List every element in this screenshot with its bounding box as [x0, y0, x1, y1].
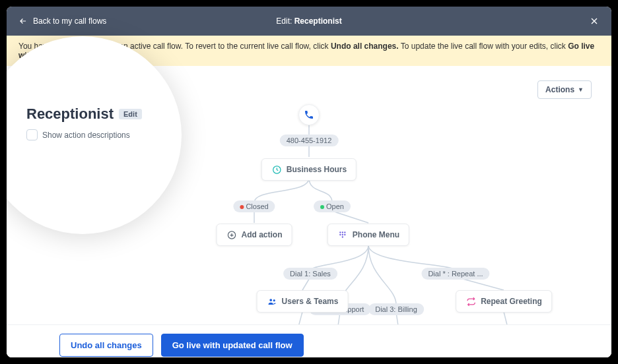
- top-bar: Back to my call flows Edit: Receptionist: [7, 7, 611, 36]
- dialpad-icon: [337, 229, 348, 240]
- open-status-pill[interactable]: Open: [314, 200, 351, 212]
- dial1-pill[interactable]: Dial 1: Sales: [283, 268, 337, 280]
- svg-point-9: [269, 299, 272, 301]
- repeat-icon: [465, 296, 476, 307]
- svg-point-8: [342, 236, 343, 237]
- actions-dropdown[interactable]: Actions ▼: [537, 80, 592, 99]
- svg-point-4: [344, 231, 345, 233]
- svg-point-6: [342, 234, 343, 235]
- phone-menu-card[interactable]: Phone Menu: [327, 224, 409, 246]
- phone-icon: [298, 104, 320, 125]
- close-icon: [589, 16, 600, 26]
- dial-star-pill[interactable]: Dial * : Repeat ...: [421, 268, 489, 280]
- back-link[interactable]: Back to my call flows: [18, 16, 106, 26]
- repeat-greeting-card[interactable]: Repeat Greeting: [456, 290, 552, 313]
- add-action-card[interactable]: Add action: [217, 224, 292, 246]
- dial3-pill[interactable]: Dial 3: Billing: [368, 303, 424, 315]
- plus-circle-icon: [226, 229, 237, 240]
- flow-name-title: Receptionist: [26, 106, 114, 123]
- show-descriptions-checkbox[interactable]: [26, 129, 38, 140]
- clock-icon: [271, 164, 282, 175]
- svg-point-3: [342, 231, 343, 233]
- status-dot-green: [320, 205, 324, 209]
- svg-point-10: [273, 299, 275, 301]
- undo-all-button[interactable]: Undo all changes: [59, 334, 153, 357]
- users-icon: [267, 296, 277, 307]
- go-live-button[interactable]: Go live with updated call flow: [161, 334, 304, 357]
- users-teams-card[interactable]: Users & Teams: [257, 290, 349, 313]
- page-title: Edit: Receptionist: [276, 16, 341, 26]
- chevron-down-icon: ▼: [578, 86, 584, 93]
- status-dot-red: [240, 205, 244, 209]
- svg-point-2: [339, 231, 341, 233]
- phone-number-pill[interactable]: 480-455-1912: [280, 135, 339, 146]
- svg-point-7: [344, 234, 345, 235]
- closed-status-pill[interactable]: Closed: [233, 200, 275, 212]
- arrow-left-icon: [18, 16, 28, 26]
- footer-bar: Undo all changes Go live with updated ca…: [7, 324, 611, 357]
- back-label: Back to my call flows: [33, 16, 106, 26]
- show-descriptions-label: Show action descriptions: [42, 131, 130, 140]
- close-button[interactable]: [589, 16, 600, 26]
- flow-start-node: [298, 104, 320, 125]
- business-hours-card[interactable]: Business Hours: [261, 158, 357, 181]
- svg-point-5: [339, 234, 341, 235]
- edit-name-button[interactable]: Edit: [119, 109, 142, 119]
